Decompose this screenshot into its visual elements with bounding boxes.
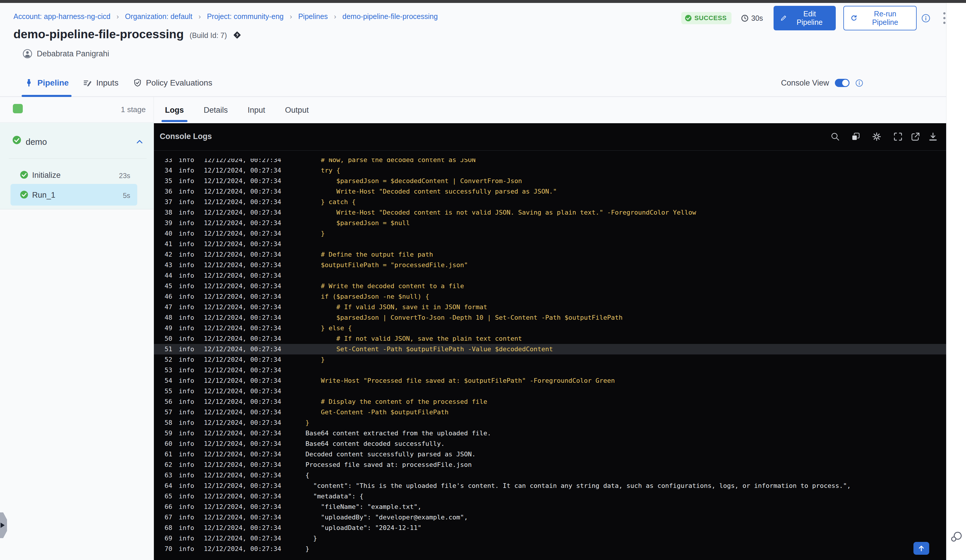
more-options-icon[interactable]	[943, 11, 946, 25]
log-line-number: 35	[159, 176, 172, 186]
tab-policy-evaluations[interactable]: Policy Evaluations	[133, 69, 212, 96]
log-line[interactable]: 44 info 12/12/2024, 00:27:34	[154, 270, 946, 281]
log-line-number: 49	[159, 323, 172, 333]
log-line[interactable]: 58 info 12/12/2024, 00:27:34 }	[154, 417, 946, 428]
console-view-toggle[interactable]	[835, 79, 849, 87]
log-line-number: 55	[159, 386, 172, 396]
log-line-number: 38	[159, 207, 172, 218]
log-line[interactable]: 62 info 12/12/2024, 00:27:34 Processed f…	[154, 460, 946, 470]
log-line-number: 65	[159, 491, 172, 502]
log-timestamp: 12/12/2024, 00:27:34	[204, 491, 281, 502]
log-line[interactable]: 66 info 12/12/2024, 00:27:34 "fileName":…	[154, 502, 946, 512]
log-line[interactable]: 57 info 12/12/2024, 00:27:34 Get-Content…	[154, 407, 946, 417]
log-line[interactable]: 59 info 12/12/2024, 00:27:34 Base64 cont…	[154, 428, 946, 438]
log-line[interactable]: 36 info 12/12/2024, 00:27:34 Write-Host …	[154, 186, 946, 197]
log-line[interactable]: 60 info 12/12/2024, 00:27:34 Base64 cont…	[154, 438, 946, 449]
rerun-info-icon[interactable]	[921, 14, 930, 23]
breadcrumb-link[interactable]: Organization: default	[125, 12, 192, 20]
log-timestamp: 12/12/2024, 00:27:34	[204, 270, 281, 281]
log-line[interactable]: 49 info 12/12/2024, 00:27:34 } else {	[154, 323, 946, 333]
log-line[interactable]: 35 info 12/12/2024, 00:27:34 $parsedJson…	[154, 176, 946, 186]
tab-details[interactable]: Details	[204, 97, 228, 123]
log-level: info	[179, 228, 194, 239]
log-scroll-area[interactable]: 33 info 12/12/2024, 00:27:34 # Now, pars…	[154, 151, 946, 560]
log-line[interactable]: 50 info 12/12/2024, 00:27:34 # If not va…	[154, 333, 946, 344]
log-line[interactable]: 47 info 12/12/2024, 00:27:34 # If valid …	[154, 302, 946, 312]
log-line[interactable]: 38 info 12/12/2024, 00:27:34 Write-Host …	[154, 207, 946, 218]
log-message: }	[306, 417, 309, 428]
log-line[interactable]: 68 info 12/12/2024, 00:27:34 "uploadDate…	[154, 522, 946, 533]
step-row-initialize[interactable]: Initialize 23s	[10, 166, 137, 184]
log-line[interactable]: 39 info 12/12/2024, 00:27:34 $parsedJson…	[154, 218, 946, 228]
log-message: Write-Host "Processed file saved at: $ou…	[306, 376, 615, 386]
log-timestamp: 12/12/2024, 00:27:34	[204, 355, 281, 365]
log-line[interactable]: 54 info 12/12/2024, 00:27:34 Write-Host …	[154, 376, 946, 386]
log-line-number: 62	[159, 460, 172, 470]
scroll-to-top-button[interactable]	[913, 542, 929, 555]
log-line[interactable]: 63 info 12/12/2024, 00:27:34 {	[154, 470, 946, 481]
stage-group-header[interactable]: demo	[0, 133, 154, 151]
log-line[interactable]: 43 info 12/12/2024, 00:27:34 $outputFile…	[154, 260, 946, 270]
rerun-pipeline-button[interactable]: Re-run Pipeline	[843, 6, 917, 30]
sidebar-expand-handle[interactable]	[0, 512, 7, 538]
search-icon[interactable]	[830, 132, 840, 141]
chat-support-icon[interactable]	[950, 530, 963, 543]
log-line[interactable]: 51 info 12/12/2024, 00:27:34 Set-Content…	[154, 344, 946, 355]
download-icon[interactable]	[928, 132, 938, 141]
breadcrumb-link[interactable]: Project: community-eng	[207, 12, 284, 20]
log-line[interactable]: 61 info 12/12/2024, 00:27:34 Decoded con…	[154, 449, 946, 460]
log-line[interactable]: 48 info 12/12/2024, 00:27:34 $parsedJson…	[154, 312, 946, 323]
breadcrumb-separator: ›	[334, 13, 337, 20]
breadcrumb-link[interactable]: Pipelines	[298, 12, 328, 20]
console-view-info-icon[interactable]	[855, 79, 863, 87]
tab-inputs[interactable]: Inputs	[83, 69, 118, 96]
log-line[interactable]: 45 info 12/12/2024, 00:27:34 # Write the…	[154, 281, 946, 291]
log-line[interactable]: 56 info 12/12/2024, 00:27:34 # Display t…	[154, 396, 946, 407]
log-line[interactable]: 37 info 12/12/2024, 00:27:34 } catch {	[154, 197, 946, 207]
log-timestamp: 12/12/2024, 00:27:34	[204, 522, 281, 533]
breadcrumb-link[interactable]: demo-pipeline-file-processing	[343, 12, 438, 20]
log-timestamp: 12/12/2024, 00:27:34	[204, 165, 281, 176]
log-line[interactable]: 52 info 12/12/2024, 00:27:34 }	[154, 355, 946, 365]
log-line-number: 60	[159, 438, 172, 449]
log-timestamp: 12/12/2024, 00:27:34	[204, 428, 281, 438]
log-line-number: 64	[159, 481, 172, 491]
log-line-number: 48	[159, 312, 172, 323]
log-message: Processed file saved at: processedFile.j…	[306, 460, 472, 470]
tab-output[interactable]: Output	[285, 97, 309, 123]
copy-icon[interactable]	[851, 132, 861, 141]
log-line-number: 47	[159, 302, 172, 312]
refresh-icon	[850, 15, 858, 22]
fullscreen-icon[interactable]	[893, 132, 903, 141]
settings-icon[interactable]	[872, 132, 882, 141]
edit-pipeline-button[interactable]: Edit Pipeline	[774, 6, 836, 30]
log-line[interactable]: 67 info 12/12/2024, 00:27:34 "uploadedBy…	[154, 512, 946, 522]
log-message: } catch {	[306, 197, 356, 207]
log-line[interactable]: 53 info 12/12/2024, 00:27:34	[154, 365, 946, 376]
tab-input[interactable]: Input	[248, 97, 265, 123]
log-line[interactable]: 70 info 12/12/2024, 00:27:34 }	[154, 544, 946, 554]
log-line[interactable]: 41 info 12/12/2024, 00:27:34	[154, 239, 946, 250]
tab-pipeline[interactable]: Pipeline	[25, 69, 69, 96]
edit-pipeline-label: Edit Pipeline	[790, 10, 829, 26]
log-line[interactable]: 42 info 12/12/2024, 00:27:34 # Define th…	[154, 250, 946, 260]
log-level: info	[179, 512, 194, 522]
log-line[interactable]: 64 info 12/12/2024, 00:27:34 "content": …	[154, 481, 946, 491]
log-line[interactable]: 55 info 12/12/2024, 00:27:34	[154, 386, 946, 396]
log-line[interactable]: 46 info 12/12/2024, 00:27:34 if ($parsed…	[154, 291, 946, 302]
tab-pipeline-label: Pipeline	[38, 78, 69, 88]
log-line[interactable]: 69 info 12/12/2024, 00:27:34 }	[154, 533, 946, 544]
log-line-number: 67	[159, 512, 172, 522]
chevron-up-icon[interactable]	[135, 138, 144, 146]
log-line[interactable]: 34 info 12/12/2024, 00:27:34 try {	[154, 165, 946, 176]
log-message: if ($parsedJson -ne $null) {	[306, 291, 429, 302]
log-level: info	[179, 438, 194, 449]
open-in-new-icon[interactable]	[910, 132, 920, 141]
breadcrumb-link[interactable]: Account: app-harness-ng-cicd	[13, 12, 110, 20]
breadcrumb-item: Organization: default ›	[125, 12, 207, 20]
log-line[interactable]: 65 info 12/12/2024, 00:27:34 "metadata":…	[154, 491, 946, 502]
step-row-run-1[interactable]: Run_1 5s	[10, 184, 137, 205]
expand-arrow-icon	[1, 522, 5, 528]
log-line[interactable]: 40 info 12/12/2024, 00:27:34 }	[154, 228, 946, 239]
tab-logs[interactable]: Logs	[165, 97, 184, 123]
